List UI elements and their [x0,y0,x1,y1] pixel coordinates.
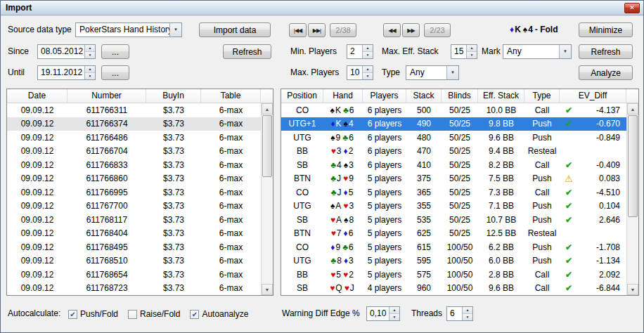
hands-table-body[interactable]: CO♠K♣66 players50050/2510.0 BBCall✔-4.13… [281,103,626,295]
scroll-up-icon[interactable]: ▲ [627,103,638,115]
hands-table-row[interactable]: CO♠K♣66 players50050/2510.0 BBCall✔-4.13… [281,103,626,117]
max-players-spinner[interactable]: ▲ ▼ [362,66,373,79]
column-header-blinds[interactable]: Blinds [442,89,478,103]
spin-up-icon[interactable]: ▲ [85,45,95,51]
hands-table-row[interactable]: BTN♣J♥95 players37550/257.5 BBPush⚠0.083 [281,172,626,186]
since-date-spinner[interactable]: ▲ ▼ [84,45,95,58]
last-game-button[interactable]: ▶▶| [308,23,326,37]
hands-scroll-thumb[interactable] [628,115,638,217]
checkbox-raise-fold[interactable]: Raise/Fold [128,309,180,319]
hands-table-row[interactable]: CO♦9♣65 players615100/506.2 BBPush✔-1.70… [281,240,626,254]
spin-up-icon[interactable]: ▲ [85,66,95,72]
warning-diff-edge-spinner[interactable]: ▲ ▼ [389,307,399,320]
refresh-hands-button[interactable]: Refresh [579,44,633,59]
hands-table-row[interactable]: BB♥3♦26 players47050/259.4 BBResteal [281,145,626,159]
hands-table-row[interactable]: UTG♠A♥35 players35550/257.1 BBPush✔0.104 [281,200,626,214]
mark-combo[interactable]: Any ▼ [503,44,572,59]
spin-up-icon[interactable]: ▲ [463,307,472,313]
games-table-row[interactable]: 09.09.12611766704$3.736-max [7,145,261,159]
import-data-button[interactable]: Import data [199,22,271,37]
spin-up-icon[interactable]: ▲ [363,66,373,72]
column-header-position[interactable]: Position [281,89,323,103]
spin-down-icon[interactable]: ▼ [85,72,95,79]
games-table-row[interactable]: 09.09.12611766860$3.736-max [7,172,261,186]
spin-up-icon[interactable]: ▲ [467,45,477,51]
hands-table-scrollbar[interactable]: ▲ ▼ [626,103,638,295]
hands-table-row[interactable]: BB♥5♥25 players575100/502.8 BBCall✔2.092 [281,268,626,282]
column-header-hand[interactable]: Hand [323,89,363,103]
spin-up-icon[interactable]: ▲ [389,307,399,313]
min-players-field[interactable]: 2 ▲ ▼ [347,44,373,59]
games-table-row[interactable]: 09.09.12611768495$3.736-max [7,240,261,254]
games-table-row[interactable]: 09.09.12611766995$3.736-max [7,185,261,200]
hands-table-row[interactable]: SB♥A♠85 players53550/2510.7 BBPush✔2.646 [281,213,626,227]
first-game-button[interactable]: |◀◀ [289,23,307,37]
games-table-row[interactable]: 09.09.12611766486$3.736-max [7,131,261,145]
since-date-field[interactable]: 08.05.2012 ▲ ▼ [37,44,96,59]
checkbox-box-push-fold[interactable]: ✔ [68,310,77,319]
scroll-up-icon[interactable]: ▲ [262,103,273,115]
column-header-eff-stack[interactable]: Eff. Stack [478,89,524,103]
hands-table-row[interactable]: BTN♥7♦65 players62550/2512.5 BBResteal [281,227,626,241]
checkbox-push-fold[interactable]: ✔Push/Fold [68,309,118,319]
hands-table-row[interactable]: SB♥Q♥J4 players960100/509.6 BBCall✔-6.84… [281,282,626,296]
spin-down-icon[interactable]: ▼ [363,51,373,58]
prev-hand-button[interactable]: ◀◀ [383,23,401,37]
hands-table-row[interactable]: UTG+1♦K♠46 players49050/259.8 BBPush✔-0.… [281,117,626,131]
games-table-row[interactable]: 09.09.12611768723$3.736-max [7,282,261,296]
threads-field[interactable]: 6 ▲ ▼ [446,306,473,321]
checkbox-box-autoanalyze[interactable]: ✔ [190,310,199,319]
spin-down-icon[interactable]: ▼ [363,72,373,79]
scroll-down-icon[interactable]: ▼ [262,284,273,295]
minimize-button[interactable]: Minimize [579,22,633,37]
max-eff-stack-spinner[interactable]: ▲ ▼ [466,45,477,58]
spin-up-icon[interactable]: ▲ [363,45,373,51]
type-combo[interactable]: Any ▼ [406,65,459,80]
max-players-field[interactable]: 10 ▲ ▼ [347,65,373,80]
close-button[interactable]: ✕ [624,3,640,13]
min-players-spinner[interactable]: ▲ ▼ [362,45,373,58]
spin-down-icon[interactable]: ▼ [389,313,399,320]
games-table-scrollbar[interactable]: ▲ ▼ [261,103,273,295]
spin-down-icon[interactable]: ▼ [85,51,95,58]
warning-diff-edge-field[interactable]: 0,10 ▲ ▼ [366,306,400,321]
games-table-row[interactable]: 09.09.12611768654$3.736-max [7,268,261,282]
games-table-body[interactable]: 09.09.12611766311$3.736-max09.09.1261176… [7,103,261,295]
refresh-games-button[interactable]: Refresh [223,44,271,59]
next-hand-button[interactable]: ▶▶ [402,23,420,37]
games-table-row[interactable]: 09.09.12611768117$3.736-max [7,213,261,227]
games-table-row[interactable]: 09.09.12611768404$3.736-max [7,227,261,241]
column-header-number[interactable]: Number [67,89,146,103]
since-browse-button[interactable]: ... [101,44,129,59]
column-header-type[interactable]: Type [524,89,560,103]
titlebar[interactable]: Import [1,1,643,15]
until-browse-button[interactable]: ... [101,65,129,80]
games-table-row[interactable]: 09.09.12611768510$3.736-max [7,254,261,268]
games-table-header[interactable]: DateNumberBuyInTable [7,89,273,103]
column-header-stack[interactable]: Stack [406,89,442,103]
spin-down-icon[interactable]: ▼ [467,51,477,58]
hands-table-row[interactable]: CO♣J♦55 players36550/257.3 BBCall✔-4.510 [281,185,626,200]
games-table-row[interactable]: 09.09.12611766374$3.736-max [7,117,261,131]
games-table-row[interactable]: 09.09.12611766311$3.736-max [7,103,261,117]
column-header-buyin[interactable]: BuyIn [146,89,201,103]
hands-table-row[interactable]: UTG♣8♦35 players595100/506.0 BBPush✔-1.1… [281,254,626,268]
threads-spinner[interactable]: ▲ ▼ [462,307,472,320]
hands-table-row[interactable]: UTG♠9♣66 players48050/259.6 BBPush-0.849 [281,131,626,145]
spin-down-icon[interactable]: ▼ [463,313,472,320]
games-table-row[interactable]: 09.09.12611766833$3.736-max [7,158,261,172]
games-table-row[interactable]: 09.09.12611767700$3.736-max [7,200,261,214]
checkbox-box-raise-fold[interactable] [128,310,137,319]
column-header-ev-diff[interactable]: EV_Diff [560,89,626,103]
until-date-field[interactable]: 19.11.2012 ▲ ▼ [37,65,96,80]
source-type-combo[interactable]: PokerStars Hand History ▼ [75,22,182,37]
column-header-table[interactable]: Table [201,89,261,103]
until-date-spinner[interactable]: ▲ ▼ [84,66,95,79]
scroll-down-icon[interactable]: ▼ [627,284,638,295]
column-header-players[interactable]: Players [363,89,406,103]
analyze-button[interactable]: Analyze [579,65,633,80]
hands-table-row[interactable]: SB♣4♠36 players41050/258.2 BBCall✔-0.409 [281,158,626,172]
max-eff-stack-field[interactable]: 15 ▲ ▼ [451,44,477,59]
column-header-date[interactable]: Date [7,89,67,103]
games-scroll-thumb[interactable] [262,115,272,177]
